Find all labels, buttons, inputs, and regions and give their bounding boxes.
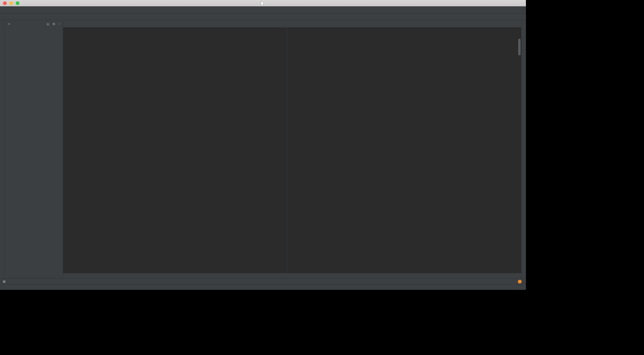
event-log-badge	[518, 280, 522, 283]
chevron-down-icon[interactable]: ▾	[8, 23, 10, 26]
editor-breadcrumb-bar	[63, 273, 521, 278]
gear-icon[interactable]: ⚙	[52, 22, 55, 26]
project-panel: ▾ ◎⚙−	[5, 20, 63, 278]
left-tool-stripe	[0, 20, 5, 278]
main-area: ▾ ◎⚙−	[0, 20, 526, 278]
navigation-bar	[0, 14, 526, 20]
title-bar	[0, 0, 526, 6]
toolwindow-bar: ▦	[0, 278, 526, 284]
project-panel-actions: ◎⚙−	[46, 22, 60, 26]
right-tool-stripe	[521, 20, 526, 278]
event-log-button[interactable]	[518, 280, 523, 283]
status-bar	[0, 284, 526, 290]
locate-file-icon[interactable]: ◎	[46, 22, 49, 26]
right-margin-guide	[287, 28, 287, 273]
toolbar	[0, 6, 526, 14]
toolwindow-switcher-icon[interactable]: ▦	[3, 280, 6, 283]
editor-area	[63, 20, 521, 278]
hide-panel-icon[interactable]: −	[58, 22, 60, 26]
editor-tab-bar	[63, 20, 521, 28]
editor-scrollbar-thumb[interactable]	[518, 39, 521, 55]
ide-window: ▾ ◎⚙− ▦	[0, 0, 526, 290]
window-title-wrap	[0, 0, 526, 6]
window-file-icon	[261, 1, 264, 5]
desktop: { "palette":{"chrome_bg":"#3c3f41","edit…	[0, 0, 644, 355]
project-panel-header: ▾ ◎⚙−	[5, 20, 63, 28]
project-tree[interactable]	[5, 28, 63, 278]
editor-viewport[interactable]	[63, 28, 521, 273]
